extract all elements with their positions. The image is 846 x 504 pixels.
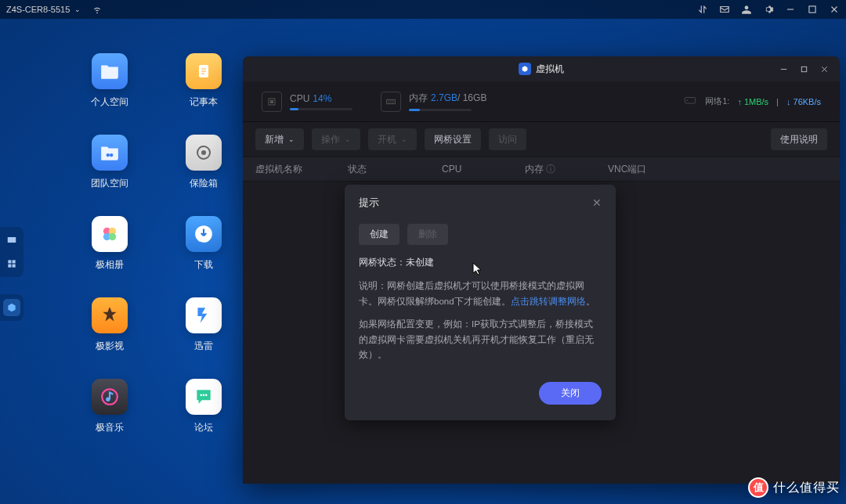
help-button[interactable]: 使用说明 — [771, 128, 827, 150]
vm-maximize-button[interactable] — [796, 61, 812, 77]
stat-network: 网络1: ↑ 1MB/s | ↓ 76KB/s — [683, 95, 821, 108]
svg-rect-26 — [801, 67, 806, 71]
svg-rect-4 — [13, 260, 16, 263]
close-icon[interactable] — [829, 4, 840, 15]
tab-delete[interactable]: 删除 — [407, 224, 448, 245]
adjust-network-link[interactable]: 点击跳转调整网络 — [511, 297, 586, 306]
ops-button[interactable]: 操作⌄ — [312, 128, 360, 150]
vm-window-title: 虚拟机 — [519, 63, 564, 76]
svg-point-14 — [201, 150, 206, 155]
desktop-icon-video[interactable]: 极影视 — [63, 297, 157, 379]
vm-stats-bar: CPU14% 内存2.7GB/ 16GB 网络1: ↑ 1MB/s | ↓ 76… — [243, 81, 840, 122]
desktop-icons: 个人空间 记事本 团队空间 保险箱 极相册 下载 极影视 迅雷 极音乐 论坛 — [63, 53, 251, 460]
cpu-icon — [262, 92, 282, 112]
left-dock — [0, 227, 24, 277]
svg-point-23 — [203, 394, 205, 397]
dialog-close-icon[interactable]: ✕ — [592, 196, 602, 209]
memory-icon — [381, 92, 401, 112]
chevron-down-icon: ⌄ — [288, 135, 295, 143]
watermark: 值 什么值得买 — [748, 477, 840, 498]
left-dock-apps — [0, 294, 24, 321]
chevron-down-icon: ⌄ — [345, 135, 351, 143]
mail-icon[interactable] — [719, 4, 730, 15]
mouse-cursor — [472, 262, 483, 276]
chevron-down-icon: ⌄ — [401, 135, 407, 143]
network-icon — [683, 95, 697, 108]
svg-point-34 — [687, 99, 689, 101]
svg-rect-25 — [780, 69, 786, 70]
dialog-body: 说明：网桥创建后虚拟机才可以使用桥接模式的虚拟网卡。网桥仅限解绑bond下才能创… — [359, 279, 602, 363]
vm-minimize-button[interactable] — [776, 61, 791, 77]
chevron-down-icon: ⌄ — [74, 5, 81, 13]
svg-rect-28 — [270, 100, 273, 103]
hostname-label: Z4S-CER8-5515 — [6, 5, 70, 14]
dialog-title: 提示 — [359, 196, 379, 210]
dock-desktop[interactable] — [3, 232, 20, 249]
minimize-icon[interactable] — [785, 4, 796, 15]
dock-grid[interactable] — [3, 255, 20, 272]
svg-point-22 — [200, 394, 202, 397]
svg-point-24 — [205, 394, 208, 397]
boot-button[interactable]: 开机⌄ — [368, 128, 417, 150]
vm-table-header: 虚拟机名称 状态 CPU 内存 ⓘ VNC端口 — [243, 157, 840, 182]
dialog-close-button[interactable]: 关闭 — [539, 382, 602, 405]
info-icon: ⓘ — [546, 164, 555, 175]
stat-cpu: CPU14% — [262, 92, 352, 112]
svg-rect-0 — [787, 9, 794, 9]
desktop-icon-music[interactable]: 极音乐 — [63, 379, 157, 460]
visit-button[interactable]: 访问 — [489, 128, 526, 150]
svg-point-11 — [107, 153, 110, 157]
col-vnc: VNC端口 — [608, 163, 662, 176]
vm-toolbar: 新增⌄ 操作⌄ 开机⌄ 网桥设置 访问 使用说明 — [243, 122, 840, 157]
tab-create[interactable]: 创建 — [359, 224, 400, 245]
svg-point-12 — [110, 153, 113, 157]
svg-point-18 — [109, 233, 116, 240]
watermark-text: 什么值得买 — [773, 480, 840, 496]
desktop-icon-personal[interactable]: 个人空间 — [63, 53, 157, 135]
transfer-icon[interactable] — [697, 4, 708, 15]
desktop-icon-safe[interactable]: 保险箱 — [157, 135, 251, 216]
wifi-icon[interactable] — [92, 4, 103, 15]
bridge-dialog: 提示 ✕ 创建 删除 网桥状态：未创建 说明：网桥创建后虚拟机才可以使用桥接模式… — [345, 185, 616, 420]
desktop-icon-notes[interactable]: 记事本 — [157, 53, 251, 135]
gear-icon[interactable] — [763, 4, 774, 15]
vm-logo-icon — [519, 63, 531, 75]
svg-rect-1 — [809, 6, 815, 13]
col-mem: 内存 ⓘ — [525, 163, 608, 176]
col-state: 状态 — [348, 163, 442, 176]
desktop-icon-download[interactable]: 下载 — [157, 216, 251, 297]
svg-rect-2 — [8, 237, 16, 243]
desktop-icon-team[interactable]: 团队空间 — [63, 135, 157, 216]
desktop-icon-forum[interactable]: 论坛 — [157, 379, 251, 460]
col-cpu: CPU — [442, 164, 525, 175]
vm-titlebar[interactable]: 虚拟机 — [243, 56, 840, 81]
svg-rect-6 — [13, 265, 16, 268]
vm-close-button[interactable] — [816, 61, 832, 77]
bridge-settings-button[interactable]: 网桥设置 — [425, 128, 481, 150]
svg-rect-3 — [8, 260, 11, 263]
col-name: 虚拟机名称 — [255, 163, 348, 176]
desktop-icon-photos[interactable]: 极相册 — [63, 216, 157, 297]
top-bar: Z4S-CER8-5515 ⌄ — [0, 0, 846, 19]
add-button[interactable]: 新增⌄ — [255, 128, 304, 150]
svg-rect-33 — [685, 97, 696, 103]
user-icon[interactable] — [741, 4, 752, 15]
maximize-icon[interactable] — [807, 4, 818, 15]
svg-rect-5 — [8, 265, 11, 268]
desktop-icon-xunlei[interactable]: 迅雷 — [157, 297, 251, 379]
dock-vm-app[interactable] — [3, 299, 20, 316]
watermark-badge: 值 — [748, 477, 768, 498]
hostname-dropdown[interactable]: Z4S-CER8-5515 ⌄ — [6, 5, 81, 14]
stat-memory: 内存2.7GB/ 16GB — [381, 92, 486, 112]
